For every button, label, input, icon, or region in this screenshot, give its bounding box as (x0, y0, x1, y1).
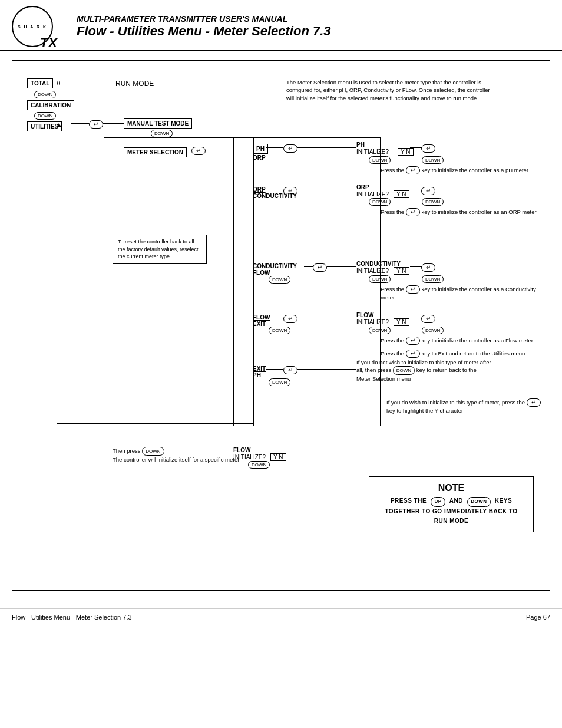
logo-tx: TX (40, 35, 58, 51)
page-header: S H A R K TX MULTI-PARAMETER TRANSMITTER… (0, 0, 562, 51)
diagram-box: TOTAL 0 RUN MODE DOWN CALIBRATION DOWN U… (12, 60, 550, 591)
main-flow-border (104, 137, 254, 426)
flow-init-bottom-box: FLOW INITIALIZE? Y N (233, 447, 286, 461)
hline-ph-enter (410, 147, 422, 148)
footer-right: Page 67 (526, 614, 550, 621)
enter-btn-utilities: ↵ (89, 120, 103, 129)
down-btn-total: DOWN (34, 90, 56, 98)
main-content: TOTAL 0 RUN MODE DOWN CALIBRATION DOWN U… (0, 51, 562, 608)
logo: S H A R K TX (12, 6, 53, 47)
manual-title: MULTI-PARAMETER TRANSMITTER USER'S MANUA… (77, 14, 331, 24)
manual-test-label: MANUAL TEST MODE (124, 118, 192, 129)
enter-btn-flow-init: ↵ (421, 314, 435, 323)
run-mode-label: RUN MODE (115, 80, 154, 88)
total-box: TOTAL 0 (27, 78, 60, 88)
hline-cond-enter (410, 266, 422, 267)
page-footer: Flow - Utilities Menu - Meter Selection … (0, 608, 562, 625)
total-value: 0 (57, 80, 61, 87)
ph-yn: Y N (398, 148, 414, 156)
then-press-text: Then press DOWN The controller will init… (113, 447, 239, 463)
page-title: Flow - Utilities Menu - Meter Selection … (77, 24, 331, 39)
enter-btn-orp-init: ↵ (421, 186, 435, 195)
enter-btn-ph-init: ↵ (421, 144, 435, 153)
down-btn-manual: DOWN (151, 129, 173, 137)
hline-utilities (71, 123, 89, 124)
manual-test-box: MANUAL TEST MODE (124, 118, 192, 129)
arrow-up-loop (57, 123, 61, 127)
footer-left: Flow - Utilities Menu - Meter Selection … (12, 614, 132, 621)
desc-cond: Press the ↵ key to initialize the contro… (381, 285, 540, 301)
desc-orp: Press the ↵ key to initialize the contro… (381, 208, 540, 216)
hline-orp-enter (410, 190, 422, 190)
cond-yn: Y N (394, 267, 409, 275)
flow-yn-bottom: Y N (270, 453, 286, 461)
desc-yes-init: If you do wish to initialize to this typ… (386, 398, 546, 414)
note-text: PRESS THE UP AND DOWN KEYS TOGETHER TO G… (378, 496, 524, 526)
desc-exit: Press the ↵ key to Exit and return to th… (381, 350, 540, 358)
hline-to-manual (103, 123, 124, 124)
enter-btn-cond-init: ↵ (421, 263, 435, 272)
hline-flow-enter (410, 318, 422, 318)
down-cond-init-r: DOWN (422, 274, 444, 283)
menu-items-border (233, 137, 381, 426)
down-flow-bottom: DOWN (248, 460, 270, 469)
flow-init-bottom-label: FLOW (233, 447, 286, 453)
note-title: NOTE (378, 483, 524, 493)
flow-yn: Y N (394, 318, 409, 326)
down-btn-calib: DOWN (34, 111, 56, 120)
note-box: NOTE PRESS THE UP AND DOWN KEYS TOGETHER… (369, 476, 534, 532)
down-ph-init-r: DOWN (422, 155, 444, 164)
down-flow-init-r: DOWN (422, 325, 444, 334)
total-label: TOTAL (27, 78, 53, 88)
down-orp-init-r: DOWN (422, 197, 444, 206)
calibration-box: CALIBRATION (27, 100, 74, 110)
orp-yn: Y N (394, 190, 409, 198)
desc-main: The Meter Selection menu is used to sele… (286, 78, 492, 102)
desc-flow: Press the ↵ key to initialize the contro… (381, 337, 540, 345)
calibration-label: CALIBRATION (27, 100, 74, 110)
desc-ph: Press the ↵ key to initialize the contro… (381, 166, 540, 174)
header-text: MULTI-PARAMETER TRANSMITTER USER'S MANUA… (77, 14, 331, 39)
vline-loop-back (57, 125, 57, 423)
